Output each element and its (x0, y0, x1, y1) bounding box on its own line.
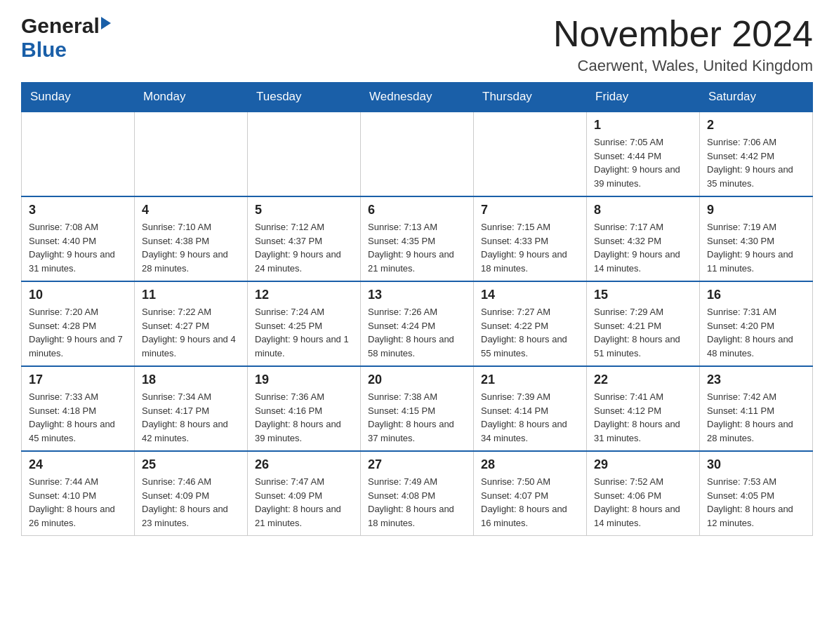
day-info: Sunrise: 7:41 AM Sunset: 4:12 PM Dayligh… (594, 390, 692, 445)
calendar-day-cell: 6Sunrise: 7:13 AM Sunset: 4:35 PM Daylig… (361, 196, 474, 281)
day-info: Sunrise: 7:50 AM Sunset: 4:07 PM Dayligh… (481, 475, 579, 530)
calendar-day-cell: 23Sunrise: 7:42 AM Sunset: 4:11 PM Dayli… (700, 366, 813, 451)
calendar-day-cell: 27Sunrise: 7:49 AM Sunset: 4:08 PM Dayli… (361, 451, 474, 536)
day-number: 25 (142, 457, 240, 472)
day-info: Sunrise: 7:17 AM Sunset: 4:32 PM Dayligh… (594, 220, 692, 275)
calendar-day-cell: 30Sunrise: 7:53 AM Sunset: 4:05 PM Dayli… (700, 451, 813, 536)
day-number: 17 (29, 373, 127, 387)
calendar-day-cell: 20Sunrise: 7:38 AM Sunset: 4:15 PM Dayli… (361, 366, 474, 451)
day-number: 23 (707, 373, 805, 387)
calendar-day-cell: 19Sunrise: 7:36 AM Sunset: 4:16 PM Dayli… (248, 366, 361, 451)
day-number: 9 (707, 203, 805, 217)
calendar-header-friday: Friday (587, 83, 700, 112)
day-info: Sunrise: 7:44 AM Sunset: 4:10 PM Dayligh… (29, 475, 127, 530)
calendar-day-cell: 1Sunrise: 7:05 AM Sunset: 4:44 PM Daylig… (587, 112, 700, 196)
page-header: General Blue November 2024 Caerwent, Wal… (21, 14, 813, 75)
day-number: 28 (481, 457, 579, 472)
calendar-week-row: 17Sunrise: 7:33 AM Sunset: 4:18 PM Dayli… (22, 366, 813, 451)
calendar-day-cell: 9Sunrise: 7:19 AM Sunset: 4:30 PM Daylig… (700, 196, 813, 281)
day-info: Sunrise: 7:08 AM Sunset: 4:40 PM Dayligh… (29, 220, 127, 275)
calendar-header-row: SundayMondayTuesdayWednesdayThursdayFrid… (22, 83, 813, 112)
calendar-day-cell: 7Sunrise: 7:15 AM Sunset: 4:33 PM Daylig… (474, 196, 587, 281)
calendar-day-cell (248, 112, 361, 196)
calendar-day-cell (22, 112, 135, 196)
calendar-week-row: 1Sunrise: 7:05 AM Sunset: 4:44 PM Daylig… (22, 112, 813, 196)
calendar-header-thursday: Thursday (474, 83, 587, 112)
calendar-table: SundayMondayTuesdayWednesdayThursdayFrid… (21, 82, 813, 536)
calendar-header-monday: Monday (135, 83, 248, 112)
calendar-day-cell: 10Sunrise: 7:20 AM Sunset: 4:28 PM Dayli… (22, 281, 135, 366)
calendar-day-cell: 15Sunrise: 7:29 AM Sunset: 4:21 PM Dayli… (587, 281, 700, 366)
day-info: Sunrise: 7:19 AM Sunset: 4:30 PM Dayligh… (707, 220, 805, 275)
day-info: Sunrise: 7:05 AM Sunset: 4:44 PM Dayligh… (594, 135, 692, 190)
day-info: Sunrise: 7:33 AM Sunset: 4:18 PM Dayligh… (29, 390, 127, 445)
title-block: November 2024 Caerwent, Wales, United Ki… (553, 14, 813, 75)
day-number: 10 (29, 288, 127, 302)
day-info: Sunrise: 7:46 AM Sunset: 4:09 PM Dayligh… (142, 475, 240, 530)
calendar-day-cell: 26Sunrise: 7:47 AM Sunset: 4:09 PM Dayli… (248, 451, 361, 536)
day-number: 11 (142, 288, 240, 302)
day-number: 29 (594, 457, 692, 472)
logo: General Blue (21, 14, 111, 62)
calendar-day-cell: 29Sunrise: 7:52 AM Sunset: 4:06 PM Dayli… (587, 451, 700, 536)
day-info: Sunrise: 7:36 AM Sunset: 4:16 PM Dayligh… (255, 390, 353, 445)
day-number: 26 (255, 457, 353, 472)
calendar-title: November 2024 (553, 14, 813, 54)
calendar-day-cell: 13Sunrise: 7:26 AM Sunset: 4:24 PM Dayli… (361, 281, 474, 366)
day-info: Sunrise: 7:47 AM Sunset: 4:09 PM Dayligh… (255, 475, 353, 530)
day-info: Sunrise: 7:52 AM Sunset: 4:06 PM Dayligh… (594, 475, 692, 530)
day-number: 1 (594, 118, 692, 133)
calendar-day-cell (474, 112, 587, 196)
calendar-day-cell: 2Sunrise: 7:06 AM Sunset: 4:42 PM Daylig… (700, 112, 813, 196)
day-info: Sunrise: 7:13 AM Sunset: 4:35 PM Dayligh… (368, 220, 466, 275)
day-number: 13 (368, 288, 466, 302)
calendar-day-cell: 21Sunrise: 7:39 AM Sunset: 4:14 PM Dayli… (474, 366, 587, 451)
calendar-week-row: 10Sunrise: 7:20 AM Sunset: 4:28 PM Dayli… (22, 281, 813, 366)
day-number: 16 (707, 288, 805, 302)
day-info: Sunrise: 7:29 AM Sunset: 4:21 PM Dayligh… (594, 305, 692, 360)
logo-arrow-icon (101, 17, 111, 29)
day-info: Sunrise: 7:12 AM Sunset: 4:37 PM Dayligh… (255, 220, 353, 275)
day-number: 14 (481, 288, 579, 302)
day-info: Sunrise: 7:38 AM Sunset: 4:15 PM Dayligh… (368, 390, 466, 445)
day-number: 2 (707, 118, 805, 133)
day-info: Sunrise: 7:49 AM Sunset: 4:08 PM Dayligh… (368, 475, 466, 530)
day-info: Sunrise: 7:10 AM Sunset: 4:38 PM Dayligh… (142, 220, 240, 275)
calendar-week-row: 3Sunrise: 7:08 AM Sunset: 4:40 PM Daylig… (22, 196, 813, 281)
calendar-day-cell: 8Sunrise: 7:17 AM Sunset: 4:32 PM Daylig… (587, 196, 700, 281)
day-info: Sunrise: 7:34 AM Sunset: 4:17 PM Dayligh… (142, 390, 240, 445)
day-number: 4 (142, 203, 240, 217)
day-info: Sunrise: 7:53 AM Sunset: 4:05 PM Dayligh… (707, 475, 805, 530)
day-number: 18 (142, 373, 240, 387)
day-number: 27 (368, 457, 466, 472)
calendar-day-cell: 11Sunrise: 7:22 AM Sunset: 4:27 PM Dayli… (135, 281, 248, 366)
calendar-subtitle: Caerwent, Wales, United Kingdom (553, 57, 813, 75)
calendar-header-sunday: Sunday (22, 83, 135, 112)
day-info: Sunrise: 7:26 AM Sunset: 4:24 PM Dayligh… (368, 305, 466, 360)
logo-blue-text: Blue (21, 38, 67, 62)
day-info: Sunrise: 7:20 AM Sunset: 4:28 PM Dayligh… (29, 305, 127, 360)
calendar-day-cell: 25Sunrise: 7:46 AM Sunset: 4:09 PM Dayli… (135, 451, 248, 536)
day-number: 8 (594, 203, 692, 217)
day-info: Sunrise: 7:22 AM Sunset: 4:27 PM Dayligh… (142, 305, 240, 360)
calendar-day-cell: 28Sunrise: 7:50 AM Sunset: 4:07 PM Dayli… (474, 451, 587, 536)
calendar-header-tuesday: Tuesday (248, 83, 361, 112)
calendar-header-saturday: Saturday (700, 83, 813, 112)
day-info: Sunrise: 7:31 AM Sunset: 4:20 PM Dayligh… (707, 305, 805, 360)
day-number: 30 (707, 457, 805, 472)
day-info: Sunrise: 7:24 AM Sunset: 4:25 PM Dayligh… (255, 305, 353, 360)
day-number: 22 (594, 373, 692, 387)
calendar-day-cell: 18Sunrise: 7:34 AM Sunset: 4:17 PM Dayli… (135, 366, 248, 451)
day-info: Sunrise: 7:06 AM Sunset: 4:42 PM Dayligh… (707, 135, 805, 190)
day-number: 5 (255, 203, 353, 217)
day-number: 21 (481, 373, 579, 387)
calendar-day-cell: 14Sunrise: 7:27 AM Sunset: 4:22 PM Dayli… (474, 281, 587, 366)
day-info: Sunrise: 7:42 AM Sunset: 4:11 PM Dayligh… (707, 390, 805, 445)
day-number: 12 (255, 288, 353, 302)
calendar-day-cell (135, 112, 248, 196)
day-info: Sunrise: 7:15 AM Sunset: 4:33 PM Dayligh… (481, 220, 579, 275)
calendar-day-cell (361, 112, 474, 196)
calendar-header-wednesday: Wednesday (361, 83, 474, 112)
calendar-week-row: 24Sunrise: 7:44 AM Sunset: 4:10 PM Dayli… (22, 451, 813, 536)
day-number: 15 (594, 288, 692, 302)
